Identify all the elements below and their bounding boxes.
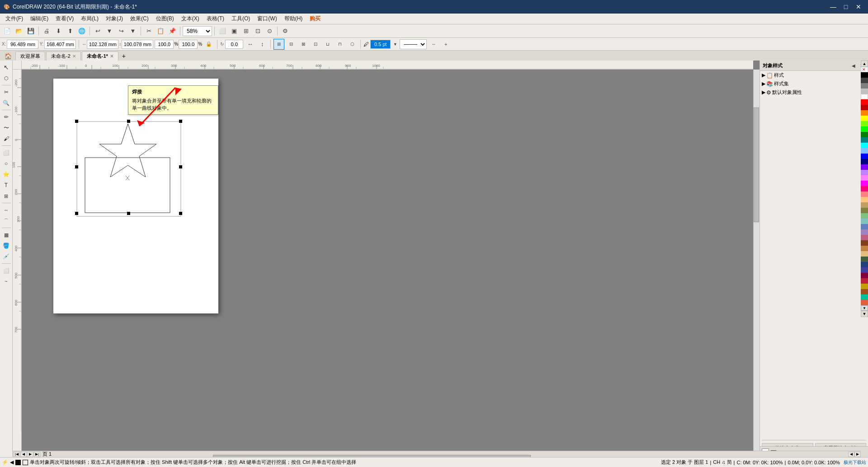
panel-item-styles[interactable]: ▶ 📋 样式 xyxy=(760,71,868,79)
trim-btn[interactable]: ⊟ xyxy=(286,39,297,50)
menu-text[interactable]: 文本(X) xyxy=(178,14,203,23)
fit-page[interactable]: ⬜ xyxy=(217,26,228,37)
menu-view[interactable]: 查看(V) xyxy=(52,14,77,23)
menu-layout[interactable]: 布局(L) xyxy=(77,14,102,23)
tab-add-button[interactable]: + xyxy=(119,51,128,61)
swatch-yellow-green[interactable] xyxy=(861,121,868,126)
blend-tool[interactable]: ▦ xyxy=(1,230,12,240)
line-end-btn[interactable]: ↔ xyxy=(428,39,439,50)
palette-scroll-up[interactable]: ▲ xyxy=(861,61,868,67)
import-button[interactable]: ⬇ xyxy=(53,26,64,37)
copy-button[interactable]: 📋 xyxy=(155,26,166,37)
panel-expand-btn[interactable]: ◀ xyxy=(850,62,857,69)
swatch-maroon[interactable] xyxy=(861,273,868,278)
swatch-indigo[interactable] xyxy=(861,267,868,273)
swatch-pink[interactable] xyxy=(861,175,868,181)
polygon-tool[interactable]: ⭐ xyxy=(1,169,12,179)
scale-h-input[interactable] xyxy=(179,40,198,49)
intersect-btn[interactable]: ⊠ xyxy=(298,39,309,50)
swatch-green[interactable] xyxy=(861,126,868,132)
zoom-tool[interactable]: 🔍 xyxy=(1,98,12,108)
swatch-forest[interactable] xyxy=(861,257,868,262)
swatch-dark-green[interactable] xyxy=(861,132,868,137)
swatch-peach[interactable] xyxy=(861,197,868,202)
tab-welcome[interactable]: 欢迎屏幕 xyxy=(15,51,45,61)
swatch-gold[interactable] xyxy=(861,284,868,289)
zoom-select[interactable]: 58% 25% 50% 75% 100% xyxy=(183,26,212,36)
swatch-beige[interactable] xyxy=(861,251,868,257)
swatch-coral[interactable] xyxy=(861,300,868,305)
scroll-left-btn[interactable]: ◀ xyxy=(848,452,854,457)
node-tool[interactable]: ⬡ xyxy=(1,73,12,83)
swatch-mint[interactable] xyxy=(861,213,868,219)
swatch-purple[interactable] xyxy=(861,164,868,170)
swatch-gray[interactable] xyxy=(861,83,868,89)
menu-window[interactable]: 窗口(W) xyxy=(254,14,280,23)
freehand-tool[interactable]: ✏ xyxy=(1,112,12,122)
eraser-tool[interactable]: ⬜ xyxy=(1,266,12,276)
swatch-more[interactable]: ▼ xyxy=(861,305,868,311)
panel-item-stylesets[interactable]: ▶ 📚 样式集 xyxy=(760,79,868,88)
panel-item-defaultprops[interactable]: ▶ ⚙ 默认对象属性 xyxy=(760,88,868,97)
swatch-none[interactable]: ✕ xyxy=(861,67,868,72)
swatch-rose[interactable] xyxy=(861,186,868,191)
menu-effects[interactable]: 效果(C) xyxy=(127,14,152,23)
swatch-violet[interactable] xyxy=(861,170,868,175)
swatch-light-blue[interactable] xyxy=(861,148,868,154)
swatch-lavender[interactable] xyxy=(861,229,868,235)
swatch-brown[interactable] xyxy=(861,240,868,246)
undo-button[interactable]: ↩ xyxy=(92,26,103,37)
tab-unnamed2[interactable]: 未命名-2 ✕ xyxy=(46,51,81,61)
menu-help[interactable]: 帮助(H) xyxy=(281,14,307,23)
swatch-yellow[interactable] xyxy=(861,116,868,121)
menu-file[interactable]: 文件(F) xyxy=(2,14,27,23)
height-input[interactable] xyxy=(122,40,153,49)
flip-h-btn[interactable]: ↔ xyxy=(245,39,255,50)
swatch-mauve[interactable] xyxy=(861,235,868,240)
width-input[interactable] xyxy=(87,40,118,49)
new-button[interactable]: 📄 xyxy=(2,26,13,37)
smear-tool[interactable]: ~ xyxy=(1,276,12,286)
swatch-cyan[interactable] xyxy=(861,143,868,148)
view-page[interactable]: ▣ xyxy=(229,26,240,37)
menu-object[interactable]: 对象(J) xyxy=(102,14,127,23)
weld-btn[interactable]: ⊞ xyxy=(274,39,284,50)
swatch-olive[interactable] xyxy=(861,208,868,213)
scroll-right-btn[interactable]: ▶ xyxy=(854,452,861,457)
scrollbar-v-thumb[interactable] xyxy=(754,107,759,222)
scale-w-input[interactable] xyxy=(155,40,174,49)
tab-unnamed1-close[interactable]: ✕ xyxy=(110,54,113,59)
menu-tools[interactable]: 工具(O) xyxy=(228,14,254,23)
ellipse-tool[interactable]: ○ xyxy=(1,159,12,168)
simplify-btn[interactable]: ⊡ xyxy=(310,39,321,50)
menu-edit[interactable]: 编辑(E) xyxy=(27,14,52,23)
snap-btn2[interactable]: ⊙ xyxy=(264,26,275,37)
next-page-btn[interactable]: ▶ xyxy=(27,452,33,457)
stroke-dropdown[interactable]: ▼ xyxy=(392,39,398,50)
swatch-teal[interactable] xyxy=(861,137,868,143)
swatch-navy[interactable] xyxy=(861,262,868,267)
palette-scroll-down[interactable]: ▼ xyxy=(861,311,868,317)
connector-tool[interactable]: ⌒ xyxy=(1,216,12,226)
fill-tool[interactable]: 🪣 xyxy=(1,241,12,251)
tab-unnamed2-close[interactable]: ✕ xyxy=(72,54,76,59)
cut-button[interactable]: ✂ xyxy=(143,26,154,37)
swatch-magenta[interactable] xyxy=(861,181,868,186)
create-boundary-btn[interactable]: ⬡ xyxy=(347,39,358,50)
scrollbar-horizontal[interactable]: |◀ ◀ ▶ ▶| 页 1 ◀ ▶ xyxy=(13,451,861,457)
x-coord-input[interactable] xyxy=(7,40,38,49)
swatch-sienna[interactable] xyxy=(861,289,868,294)
prev-page-btn[interactable]: ◀ xyxy=(20,452,27,457)
bezier-tool[interactable]: 〜 xyxy=(1,123,12,133)
swatch-khaki[interactable] xyxy=(861,202,868,208)
stroke-width-input[interactable] xyxy=(370,40,391,49)
menu-bitmap[interactable]: 位图(B) xyxy=(152,14,178,23)
dim-tool[interactable]: ↔ xyxy=(1,205,12,215)
status-snap-btn[interactable]: ⚡ xyxy=(2,459,8,465)
open-button[interactable]: 📂 xyxy=(14,26,24,37)
view-grid[interactable]: ⊞ xyxy=(241,26,251,37)
add-node-btn[interactable]: + xyxy=(440,39,451,50)
swatch-dark-red[interactable] xyxy=(861,105,868,110)
swatch-turquoise[interactable] xyxy=(861,294,868,300)
settings-btn[interactable]: ⚙ xyxy=(280,26,291,37)
